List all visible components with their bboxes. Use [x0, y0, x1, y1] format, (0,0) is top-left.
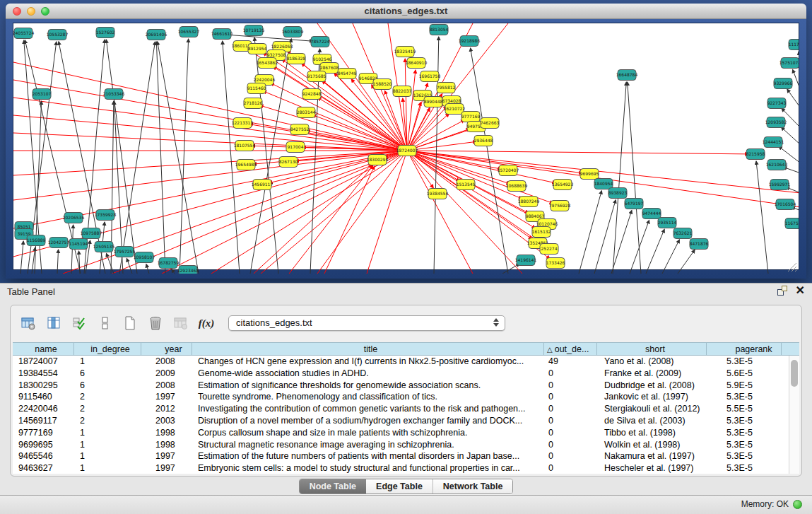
- graph-node[interactable]: 8912954: [248, 44, 267, 54]
- graph-node[interactable]: 1167535: [785, 218, 799, 229]
- table-scrollbar[interactable]: [789, 356, 799, 474]
- column-header-year[interactable]: year: [141, 343, 192, 355]
- graph-node[interactable]: 16543862: [257, 58, 278, 69]
- function-builder-button[interactable]: f(x): [197, 314, 216, 332]
- graph-edge[interactable]: [180, 39, 189, 274]
- graph-edge[interactable]: [678, 250, 695, 274]
- graph-edge[interactable]: [787, 89, 799, 108]
- graph-edge[interactable]: [407, 151, 748, 154]
- graph-node[interactable]: 24055724: [13, 28, 34, 39]
- table-row[interactable]: 1872400712008Changes of HCN gene express…: [13, 356, 789, 368]
- graph-node[interactable]: 18325419: [394, 47, 416, 57]
- graph-node[interactable]: 10958107: [134, 252, 155, 263]
- graph-node[interactable]: 8427552: [290, 124, 310, 135]
- graph-edge[interactable]: [13, 115, 407, 151]
- graph-node[interactable]: 9777169: [461, 112, 481, 122]
- delete-table-button[interactable]: [172, 314, 190, 332]
- graph-node[interactable]: 20691406: [146, 30, 167, 40]
- column-header-in_degree[interactable]: in_degree: [74, 343, 141, 355]
- graph-node[interactable]: 8938923: [608, 188, 628, 199]
- graph-edge[interactable]: [146, 264, 149, 274]
- graph-node[interactable]: 16961758: [419, 71, 441, 82]
- window-titlebar[interactable]: citations_edges.txt: [6, 4, 806, 19]
- graph-node[interactable]: 12213313: [232, 118, 254, 129]
- graph-node[interactable]: 2803144: [297, 107, 316, 118]
- graph-node[interactable]: 17957255: [114, 247, 136, 257]
- graph-node[interactable]: 1615132: [532, 227, 551, 238]
- graph-node[interactable]: 6479197: [625, 199, 644, 209]
- graph-node[interactable]: 10719135: [243, 25, 265, 36]
- graph-node[interactable]: 9474444: [642, 209, 661, 219]
- graph-edge[interactable]: [662, 240, 679, 274]
- graph-node[interactable]: 18724007: [396, 146, 418, 156]
- graph-node[interactable]: 16033809: [282, 27, 304, 37]
- table-row[interactable]: 2242004622012Investigating the contribut…: [13, 403, 789, 415]
- graph-node[interactable]: 9699695: [580, 169, 599, 180]
- column-header-name[interactable]: name: [13, 343, 74, 355]
- delete-column-button[interactable]: [146, 314, 165, 332]
- graph-node[interactable]: 1117304: [789, 40, 799, 50]
- table-settings-button[interactable]: [19, 314, 37, 332]
- graph-node[interactable]: 8822037: [393, 86, 412, 97]
- graph-node[interactable]: 12093582: [765, 117, 787, 128]
- graph-node[interactable]: 1513545: [457, 180, 476, 190]
- graph-node[interactable]: 9227343: [767, 98, 787, 109]
- select-all-button[interactable]: [70, 314, 88, 332]
- column-header-pagerank[interactable]: pagerank: [707, 343, 782, 355]
- table-row[interactable]: 1830029562008Estimation of significance …: [13, 380, 789, 392]
- graph-edge[interactable]: [158, 42, 199, 274]
- close-panel-icon[interactable]: ✕: [796, 286, 805, 296]
- graph-node[interactable]: 18107554: [234, 141, 256, 151]
- graph-node[interactable]: 10975887: [81, 228, 102, 239]
- graph-node[interactable]: 79756928: [549, 201, 571, 211]
- graph-node[interactable]: 7955812: [437, 83, 456, 93]
- graph-node[interactable]: 74661610: [211, 29, 233, 40]
- graph-node[interactable]: 252274: [540, 244, 558, 255]
- graph-node[interactable]: 10655327: [178, 27, 200, 37]
- graph-node[interactable]: 20206536: [63, 213, 85, 223]
- table-source-select[interactable]: citations_edges.txt: [228, 315, 505, 331]
- table-row[interactable]: 946362711997Embryonic stem cells: a mode…: [13, 462, 789, 474]
- graph-edge[interactable]: [502, 264, 519, 274]
- table-row[interactable]: 1456911722003Disruption of a novel membe…: [13, 415, 789, 427]
- table-row[interactable]: 1938455462009Genome-wide association stu…: [13, 368, 789, 380]
- graph-node[interactable]: 8454749: [338, 69, 357, 79]
- graph-edge[interactable]: [289, 165, 373, 274]
- graph-node[interactable]: 19384554: [427, 189, 449, 199]
- graph-node[interactable]: 14196141: [515, 255, 537, 266]
- graph-node[interactable]: 2935114: [658, 218, 677, 228]
- tab-edge-table[interactable]: Edge Table: [366, 479, 433, 493]
- graph-edge[interactable]: [13, 98, 407, 151]
- graph-node[interactable]: 10688639: [506, 181, 528, 192]
- table-row[interactable]: 946554611997Estimation of the future num…: [13, 450, 789, 462]
- column-header-title[interactable]: title: [192, 343, 544, 355]
- graph-node[interactable]: 7632621: [673, 228, 693, 239]
- graph-node[interactable]: 12444151: [763, 137, 784, 148]
- graph-edge[interactable]: [250, 39, 291, 274]
- scrollbar-thumb[interactable]: [791, 360, 798, 387]
- graph-edge[interactable]: [172, 269, 175, 274]
- graph-node[interactable]: 8990448: [424, 97, 443, 107]
- graph-node[interactable]: 16648784: [616, 70, 638, 81]
- graph-node[interactable]: 18807249: [518, 197, 540, 207]
- graph-node[interactable]: 16210643: [766, 160, 788, 170]
- graph-node[interactable]: 9329966: [774, 78, 793, 89]
- resize-grip[interactable]: [788, 263, 796, 271]
- tab-node-table[interactable]: Node Table: [300, 479, 366, 493]
- graph-edge[interactable]: [254, 37, 278, 274]
- graph-edge[interactable]: [628, 82, 641, 274]
- graph-node[interactable]: 7462663: [481, 118, 500, 129]
- graph-node[interactable]: 8813054: [430, 25, 449, 35]
- graph-edge[interactable]: [35, 101, 42, 274]
- graph-edge[interactable]: [613, 82, 626, 274]
- graph-edge[interactable]: [57, 250, 59, 274]
- graph-edge[interactable]: [20, 241, 23, 274]
- graph-edge[interactable]: [793, 69, 799, 90]
- graph-node[interactable]: 19218986: [459, 36, 481, 47]
- graph-node[interactable]: 7857224: [311, 37, 330, 47]
- graph-node[interactable]: 9115460: [247, 83, 266, 94]
- graph-node[interactable]: 18640910: [406, 58, 428, 69]
- graph-node[interactable]: 10553287: [47, 30, 69, 40]
- graph-node[interactable]: 12505135: [93, 242, 115, 252]
- table-row[interactable]: 969969511998Structural magnetic resonanc…: [13, 439, 789, 451]
